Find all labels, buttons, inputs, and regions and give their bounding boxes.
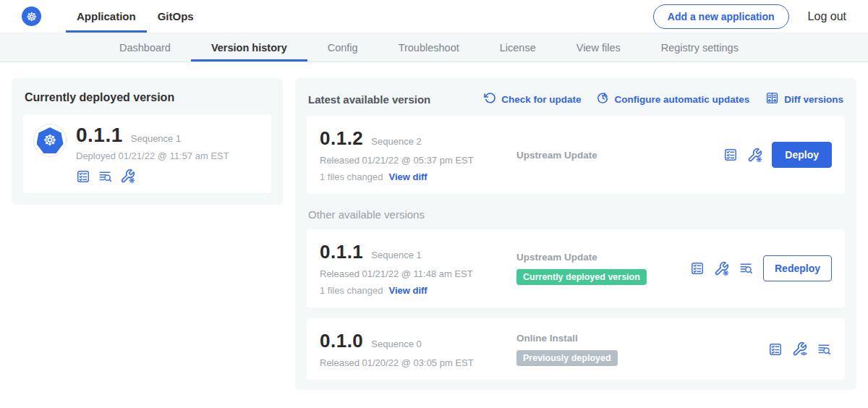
version-number: 0.1.2 [320,127,363,150]
app-logo: ☸ [33,124,67,157]
configure-automatic-updates-link[interactable]: Configure automatic updates [597,92,749,106]
currently-deployed-panel: Currently deployed version ☸ 0.1.1 Seque… [12,78,283,205]
edit-config-icon[interactable] [714,261,729,276]
auto-update-icon [597,92,609,106]
subnav-tab-license[interactable]: License [480,33,556,61]
view-diff-link[interactable]: View diff [388,171,427,182]
sequence-label: Sequence 1 [371,250,421,260]
diff-versions-link[interactable]: Diff versions [765,91,843,107]
app-subnav: Dashboard Version history Config Trouble… [0,33,868,62]
view-diff-link[interactable]: View diff [388,285,427,296]
deploy-logs-icon[interactable] [739,261,754,276]
version-row: 0.1.1 Sequence 1 Released 01/21/22 @ 11:… [307,229,845,307]
preflight-checks-icon[interactable] [690,261,705,276]
version-source-label: Upstream Update [516,252,690,263]
subnav-tab-view-files[interactable]: View files [556,33,641,61]
version-history-panel: Latest available version Check for updat… [295,78,856,390]
subnav-tab-config[interactable]: Config [307,33,378,61]
version-row: 0.1.0 Sequence 0 Released 01/20/22 @ 03:… [307,318,845,380]
check-for-update-link[interactable]: Check for update [484,92,581,106]
deploy-logs-icon[interactable] [98,169,113,184]
logout-button[interactable]: Log out [808,10,846,23]
sequence-label: Sequence 2 [371,136,421,147]
edit-config-icon[interactable] [747,148,762,163]
sequence-label: Sequence 0 [371,339,421,349]
currently-deployed-badge: Currently deployed version [516,269,647,285]
version-source-label: Upstream Update [516,150,723,161]
tab-application[interactable]: Application [66,0,147,33]
released-timestamp: Released 01/21/22 @ 11:48 am EST [320,268,502,279]
add-new-application-button[interactable]: Add a new application [653,4,789,29]
currently-deployed-title: Currently deployed version [25,91,271,104]
view-config-icon[interactable] [792,341,807,357]
header-tabs: Application GitOps [66,0,205,33]
version-source-label: Online Install [516,333,768,344]
preflight-checks-icon[interactable] [76,169,90,184]
redeploy-button[interactable]: Redeploy [763,255,832,281]
deployed-timestamp: Deployed 01/21/22 @ 11:57 am EST [76,150,229,161]
subnav-tab-version-history[interactable]: Version history [191,33,307,61]
diff-icon [765,91,779,107]
previously-deployed-badge: Previously deployed [516,350,618,366]
released-timestamp: Released 01/21/22 @ 05:37 pm EST [320,155,502,166]
refresh-icon [484,92,496,106]
files-changed-label: 1 files changed [320,285,383,296]
edit-config-icon[interactable] [120,169,135,184]
currently-deployed-card: ☸ 0.1.1 Sequence 1 Deployed 01/21/22 @ 1… [23,114,271,193]
subnav-tab-troubleshoot[interactable]: Troubleshoot [378,33,480,61]
other-versions-title: Other available versions [308,208,843,221]
deploy-button[interactable]: Deploy [772,142,832,168]
tab-gitops[interactable]: GitOps [147,0,205,33]
files-changed-label: 1 files changed [320,171,383,182]
kubernetes-logo-icon: ☸ [22,7,41,26]
deployed-sequence-label: Sequence 1 [131,133,181,144]
app-header: ☸ Application GitOps Add a new applicati… [0,0,868,33]
released-timestamp: Released 01/20/22 @ 03:05 pm EST [320,357,502,368]
subnav-tab-registry-settings[interactable]: Registry settings [641,33,759,61]
version-number: 0.1.1 [320,241,363,263]
deployed-version-number: 0.1.1 [76,124,123,147]
subnav-tab-dashboard[interactable]: Dashboard [99,33,191,61]
version-number: 0.1.0 [320,330,363,352]
kubernetes-helm-icon: ☸ [37,127,64,153]
latest-available-title: Latest available version [308,93,430,106]
deploy-logs-icon[interactable] [817,342,832,357]
preflight-checks-icon[interactable] [723,148,738,162]
preflight-checks-icon[interactable] [768,342,783,357]
version-row: 0.1.2 Sequence 2 Released 01/21/22 @ 05:… [307,116,845,194]
